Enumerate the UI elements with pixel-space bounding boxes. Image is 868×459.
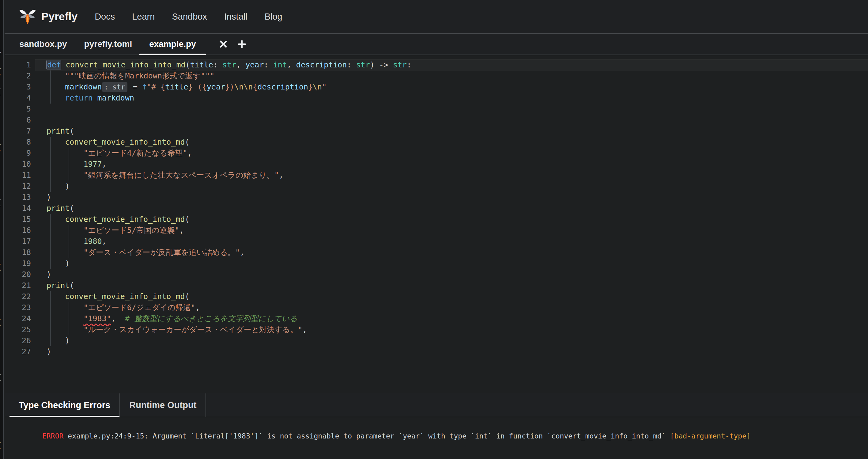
code-token bbox=[46, 93, 65, 102]
code-line[interactable]: 6 bbox=[5, 115, 868, 126]
code-line[interactable]: 22 convert_movie_info_into_md( bbox=[5, 291, 868, 302]
code-line[interactable]: 23 "エピソード6/ジェダイの帰還", bbox=[5, 302, 868, 313]
code-token: } bbox=[308, 83, 313, 91]
code-token: ) bbox=[46, 193, 51, 202]
code-line[interactable]: 7print( bbox=[5, 126, 868, 137]
code-token: , bbox=[111, 314, 125, 323]
tab-runtime-output[interactable]: Runtime Output bbox=[120, 393, 206, 417]
code-line[interactable]: 12 ) bbox=[5, 181, 868, 192]
code-token: f bbox=[142, 83, 147, 91]
code-line[interactable]: 27) bbox=[5, 346, 868, 357]
code-token bbox=[46, 171, 83, 180]
new-tab-plus-icon[interactable] bbox=[237, 39, 247, 49]
line-number: 27 bbox=[5, 346, 31, 357]
edge-glyph: [ bbox=[0, 88, 2, 96]
code-token: } ({ bbox=[188, 83, 207, 91]
edge-glyph: } bbox=[0, 48, 2, 56]
code-token: ( bbox=[185, 215, 190, 224]
code-token: \n bbox=[313, 83, 322, 91]
tab-label: pyrefly.toml bbox=[84, 39, 132, 49]
code-line[interactable]: 10 1977, bbox=[5, 159, 868, 170]
line-number: 19 bbox=[5, 258, 31, 269]
code-token: title bbox=[190, 60, 213, 69]
line-number: 12 bbox=[5, 181, 31, 192]
code-token: return bbox=[65, 93, 93, 102]
code-line[interactable]: 1def convert_movie_info_into_md(title: s… bbox=[5, 59, 868, 70]
tab-example-py[interactable]: example.py bbox=[149, 34, 196, 55]
nav-learn[interactable]: Learn bbox=[132, 12, 155, 22]
nav-sandbox[interactable]: Sandbox bbox=[172, 12, 207, 22]
code-line[interactable]: 19 ) bbox=[5, 258, 868, 269]
code-line[interactable]: 26 ) bbox=[5, 335, 868, 346]
code-token: description bbox=[257, 83, 308, 91]
code-text: ) bbox=[46, 335, 69, 346]
code-line[interactable]: 3 markdown: str = f"# {title} ({year})\n… bbox=[5, 82, 868, 93]
tab-label: example.py bbox=[149, 39, 196, 49]
code-text: "エピソード5/帝国の逆襲", bbox=[46, 225, 184, 236]
nav-install[interactable]: Install bbox=[224, 12, 247, 22]
code-text: "1983", # 整数型にするべきところを文字列型にしている bbox=[46, 313, 298, 324]
tab-sandbox-py[interactable]: sandbox.py bbox=[19, 34, 67, 55]
code-token: year bbox=[245, 60, 264, 69]
code-line[interactable]: 20) bbox=[5, 269, 868, 280]
line-number: 23 bbox=[5, 302, 31, 313]
code-token: # 整数型にするべきところを文字列型にしている bbox=[125, 314, 298, 323]
line-number: 17 bbox=[5, 236, 31, 247]
line-number: 10 bbox=[5, 159, 31, 170]
code-line[interactable]: 14print( bbox=[5, 203, 868, 214]
nav-blog[interactable]: Blog bbox=[265, 12, 282, 22]
code-token: : bbox=[213, 60, 222, 69]
code-line[interactable]: 5 bbox=[5, 103, 868, 115]
code-token: """映画の情報をMarkdown形式で返す""" bbox=[46, 71, 214, 80]
code-token bbox=[46, 149, 83, 157]
tab-pyrefly-toml[interactable]: pyrefly.toml bbox=[84, 34, 132, 55]
code-line[interactable]: 25 "ルーク・スカイウォーカーがダース・ベイダーと対決する。", bbox=[5, 324, 868, 335]
code-line[interactable]: 15 convert_movie_info_into_md( bbox=[5, 214, 868, 225]
code-token bbox=[46, 137, 65, 147]
tab-type-checking-errors[interactable]: Type Checking Errors bbox=[5, 393, 120, 417]
inlay-type-hint: : str bbox=[102, 82, 127, 92]
code-token: ( bbox=[186, 60, 190, 69]
code-token: ) -> bbox=[370, 60, 393, 69]
nav-docs[interactable]: Docs bbox=[95, 12, 115, 22]
edge-glyph: ( bbox=[0, 144, 2, 152]
code-token: def bbox=[46, 60, 61, 69]
code-line[interactable]: 21print( bbox=[5, 280, 868, 291]
code-token: , bbox=[180, 226, 184, 235]
edge-glyph: [ bbox=[0, 373, 2, 382]
code-line[interactable]: 11 "銀河系を舞台にした壮大なスペースオペラの始まり。", bbox=[5, 170, 868, 181]
code-line[interactable]: 9 "エピソード4/新たなる希望", bbox=[5, 148, 868, 159]
line-number: 11 bbox=[5, 170, 31, 181]
code-token: "エピソード4/新たなる希望" bbox=[83, 149, 187, 157]
code-token: " bbox=[322, 83, 327, 91]
brand-name[interactable]: Pyrefly bbox=[41, 10, 78, 23]
code-line[interactable]: 2 """映画の情報をMarkdown形式で返す""" bbox=[5, 70, 868, 82]
code-token bbox=[46, 226, 83, 235]
code-editor[interactable]: 1def convert_movie_info_into_md(title: s… bbox=[5, 55, 868, 393]
error-message-line: ERRORexample.py:24:9-15: Argument `Liter… bbox=[17, 422, 868, 450]
error-output-area: ERRORexample.py:24:9-15: Argument `Liter… bbox=[5, 417, 868, 459]
line-number: 8 bbox=[5, 137, 31, 148]
code-token: , bbox=[303, 325, 307, 334]
line-number: 13 bbox=[5, 192, 31, 203]
line-number: 15 bbox=[5, 214, 31, 225]
error-code-tag: [bad-argument-type] bbox=[670, 432, 751, 440]
edge-glyph: ( bbox=[0, 318, 2, 327]
code-token: convert_movie_info_into_md bbox=[65, 292, 185, 301]
code-line[interactable]: 16 "エピソード5/帝国の逆襲", bbox=[5, 225, 868, 236]
code-token: convert_movie_info_into_md bbox=[66, 60, 185, 69]
code-token: , bbox=[279, 171, 284, 180]
code-token bbox=[93, 93, 97, 102]
panel-tab-label: Runtime Output bbox=[129, 400, 196, 410]
code-token: ) bbox=[46, 259, 69, 268]
code-line[interactable]: 17 1980, bbox=[5, 236, 868, 247]
code-line[interactable]: 18 "ダース・ベイダーが反乱軍を追い詰める。", bbox=[5, 247, 868, 258]
code-line[interactable]: 8 convert_movie_info_into_md( bbox=[5, 137, 868, 148]
line-number: 5 bbox=[5, 103, 31, 115]
code-line[interactable]: 24 "1983", # 整数型にするべきところを文字列型にしている bbox=[5, 313, 868, 324]
code-token bbox=[46, 83, 65, 91]
code-line[interactable]: 4 return markdown bbox=[5, 93, 868, 103]
brand[interactable]: Pyrefly bbox=[19, 8, 78, 25]
close-tab-icon[interactable] bbox=[219, 39, 228, 49]
code-line[interactable]: 13) bbox=[5, 192, 868, 203]
